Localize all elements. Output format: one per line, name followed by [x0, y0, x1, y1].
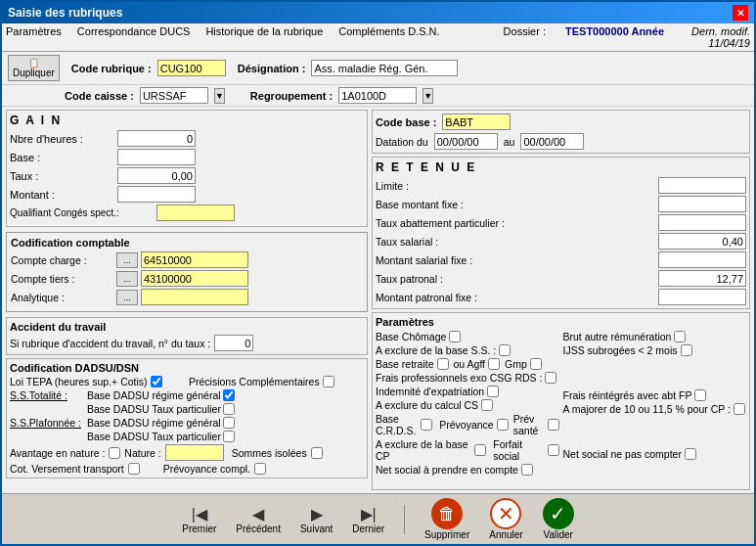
menu-correspondance-ducs[interactable]: Correspondance DUCS [77, 25, 191, 49]
limite-input[interactable] [658, 177, 746, 194]
analytique-input[interactable] [141, 289, 248, 305]
base-crds-checkbox[interactable] [421, 419, 432, 431]
compte-tiers-input[interactable] [141, 270, 248, 287]
accident-input[interactable] [214, 335, 253, 351]
compte-tiers-label: Compte tiers : [11, 273, 113, 285]
avantage-checkbox[interactable] [109, 447, 120, 459]
compte-charge-input[interactable] [141, 251, 248, 268]
annuler-icon: ✕ [490, 498, 521, 529]
frais-prof-checkbox[interactable] [545, 372, 556, 384]
taux-abattement-input[interactable] [658, 214, 746, 231]
ou-agff-checkbox[interactable] [488, 358, 500, 370]
dupliquer-button[interactable]: 📋 Dupliquer [8, 55, 60, 81]
a-majorer-label: A majorer de 10 ou 11,5 % pour CP : [563, 403, 731, 415]
suivant-icon: ▶ [311, 505, 323, 523]
analytique-ellipsis[interactable]: ... [116, 290, 138, 305]
premier-icon: |◀ [192, 505, 207, 523]
premier-button[interactable]: |◀ Premier [182, 505, 216, 534]
datation-au-label: au [504, 136, 515, 148]
accident-title: Accident du travail [10, 321, 364, 333]
precedent-button[interactable]: ◀ Précédent [236, 505, 281, 534]
regroupement-input[interactable] [338, 87, 417, 104]
montant-label: Montant : [10, 189, 117, 201]
a-exclure-base-cp-label: A exclure de la base CP [376, 438, 471, 462]
main-window: Saisie des rubriques ✕ Paramètres Corres… [0, 0, 756, 546]
nbre-heures-input[interactable] [117, 130, 196, 147]
code-caisse-input[interactable] [140, 87, 208, 104]
dadsu-title: Codification DADSU/DSN [10, 362, 364, 374]
menu-historique[interactable]: Historique de la rubrique [205, 25, 323, 49]
net-social-prendre-checkbox[interactable] [521, 464, 533, 476]
datation-from-input[interactable] [434, 133, 498, 150]
base-input[interactable] [117, 149, 196, 165]
loi-tepa-checkbox[interactable] [151, 376, 162, 387]
params-title: Paramètres [376, 316, 746, 328]
precisions-label: Précisions Complémentaires [189, 376, 320, 387]
montant-patronal-fixe-input[interactable] [658, 289, 746, 305]
precisions-checkbox[interactable] [323, 376, 334, 387]
base-montant-fixe-input[interactable] [658, 196, 746, 212]
nature-label: Nature : [124, 447, 160, 459]
supprimer-button[interactable]: 🗑 Supprimer [424, 498, 469, 540]
suivant-button[interactable]: ▶ Suivant [300, 505, 333, 534]
ss-totalite-label[interactable]: S.S.Totalité : [10, 389, 83, 401]
montant-salarial-fixe-input[interactable] [658, 251, 746, 268]
menu-complements-dsn[interactable]: Compléments D.S.N. [338, 25, 439, 49]
designation-input[interactable] [311, 60, 458, 76]
dernier-icon: ▶| [361, 505, 377, 523]
close-button[interactable]: ✕ [733, 5, 748, 21]
a-exclure-base-ss-checkbox[interactable] [499, 344, 511, 356]
base-dadsu-rg1-checkbox[interactable] [223, 389, 235, 401]
gain-title: G A I N [10, 114, 364, 127]
accident-label: Si rubrique d'accident du travail, n° du… [10, 338, 210, 349]
frais-reintegres-checkbox[interactable] [694, 389, 706, 401]
base-dadsu-rg2-checkbox[interactable] [223, 417, 235, 429]
prevoyance-checkbox[interactable] [497, 419, 509, 431]
ss-plafonnee-label[interactable]: S.S.Plafonnée : [10, 417, 83, 429]
gmp-checkbox[interactable] [530, 358, 542, 370]
datation-to-input[interactable] [520, 133, 584, 150]
frais-prof-label: Frais professionnels exo CSG RDS : [376, 372, 542, 384]
sommes-isolees-label: Sommes isolées [232, 447, 307, 459]
forfait-social-checkbox[interactable] [548, 444, 559, 456]
ijss-subroges-checkbox[interactable] [681, 344, 692, 356]
base-dadsu-tp1-checkbox[interactable] [223, 403, 235, 415]
title-bar: Saisie des rubriques ✕ [2, 2, 754, 23]
a-exclure-base-cp-checkbox[interactable] [474, 444, 486, 456]
prevoyance-compl-checkbox[interactable] [254, 463, 266, 475]
a-exclure-calcul-cs-checkbox[interactable] [481, 399, 493, 411]
qualifiant-input[interactable] [156, 205, 235, 221]
taux-input[interactable] [117, 167, 196, 184]
code-caisse-label: Code caisse : [65, 90, 134, 102]
compte-tiers-ellipsis[interactable]: ... [116, 271, 138, 287]
taux-salarial-input[interactable] [658, 233, 746, 250]
regroupement-dropdown[interactable]: ▼ [422, 88, 433, 104]
menu-parametres[interactable]: Paramètres [6, 25, 62, 49]
net-social-prendre-label: Net social à prendre en compte [376, 464, 518, 476]
taux-patronal-input[interactable] [658, 270, 746, 287]
sommes-isolees-checkbox[interactable] [311, 447, 323, 459]
dernier-button[interactable]: ▶| Dernier [352, 505, 384, 534]
cot-versement-checkbox[interactable] [128, 463, 140, 475]
base-chomage-checkbox[interactable] [449, 331, 461, 342]
code-caisse-dropdown[interactable]: ▼ [214, 88, 225, 104]
brut-autre-remuner-checkbox[interactable] [674, 331, 686, 342]
taux-salarial-label: Taux salarial : [376, 236, 438, 248]
annuler-button[interactable]: ✕ Annuler [489, 498, 522, 540]
valider-button[interactable]: ✓ Valider [543, 498, 574, 540]
nature-input[interactable] [165, 444, 224, 461]
base-dadsu-tp2-checkbox[interactable] [223, 431, 235, 442]
prev-sante-checkbox[interactable] [548, 419, 559, 431]
net-social-pas-compter-checkbox[interactable] [685, 448, 696, 460]
montant-salarial-fixe-label: Montant salarial fixe : [376, 254, 472, 266]
code-base-input[interactable] [442, 114, 511, 130]
prev-sante-label: Prév santé [513, 413, 545, 436]
montant-input[interactable] [117, 186, 196, 203]
base-retraite-checkbox[interactable] [437, 358, 449, 370]
compte-charge-ellipsis[interactable]: ... [116, 252, 138, 268]
indemnite-expatriation-checkbox[interactable] [487, 386, 499, 397]
window-title: Saisie des rubriques [8, 6, 122, 20]
a-majorer-checkbox[interactable] [734, 403, 745, 415]
gmp-label: Gmp [505, 358, 527, 370]
code-rubrique-input[interactable] [157, 60, 226, 76]
